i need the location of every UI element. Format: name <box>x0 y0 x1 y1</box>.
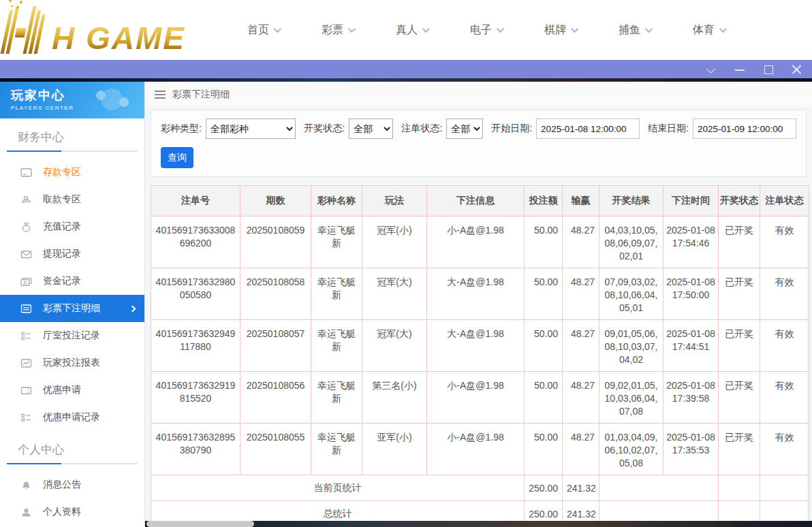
nav-item-lottery[interactable]: 彩票 <box>322 23 354 37</box>
section-divider <box>7 150 138 152</box>
bell-icon <box>20 480 32 490</box>
sidebar-item-label: 存款专区 <box>43 166 81 178</box>
cell-lottery-name: 幸运飞艇新 <box>311 320 362 372</box>
cell-order-status: 有效 <box>760 217 809 268</box>
person-icon <box>20 507 32 517</box>
section-divider <box>7 463 138 464</box>
draw-status-select[interactable]: 全部 <box>349 118 393 139</box>
col-header-order-no: 注单号 <box>151 186 240 217</box>
col-header-order-status: 注单状态 <box>760 186 809 217</box>
draw-status-label: 开奖状态: <box>304 123 345 135</box>
table-row: 40156917363291981552020250108056幸运飞艇新第三名… <box>151 372 809 424</box>
window-dropdown-icon[interactable] <box>706 64 717 75</box>
nav-label: 棋牌 <box>544 23 566 37</box>
sidebar-item-promo-apply-record[interactable]: 优惠申请记录 <box>0 404 144 431</box>
table-row: 40156917363294911788020250108057幸运飞艇新冠军(… <box>151 320 809 372</box>
nav-label: 捕鱼 <box>619 23 640 37</box>
sidebar-item-funds-record[interactable]: 资金记录 <box>0 268 144 295</box>
chevron-down-icon <box>274 25 281 33</box>
withdraw-hand-icon <box>20 195 32 205</box>
window-maximize-icon[interactable] <box>763 64 774 75</box>
nav-label: 电子 <box>470 23 492 37</box>
cell-bet-time: 2025-01-08 17:44:51 <box>663 320 719 372</box>
sidebar-item-deposit-zone[interactable]: 存款专区 <box>0 159 144 186</box>
window-close-icon[interactable] <box>792 64 802 75</box>
cell-play-type: 冠军(大) <box>362 268 427 320</box>
lottery-type-select[interactable]: 全部彩种 <box>206 118 296 139</box>
nav-item-fishing[interactable]: 捕鱼 <box>619 23 651 37</box>
nav-label: 真人 <box>396 23 418 37</box>
page-summary-row: 当前页统计 250.00 241.32 <box>151 475 809 501</box>
cell-bet-info: 小-A盘@1.98 <box>427 217 525 268</box>
nav-item-home[interactable]: 首页 <box>247 23 279 37</box>
sidebar-item-profile[interactable]: 个人资料 <box>0 498 144 526</box>
cell-draw-result: 04,03,10,05,08,06,09,07,02,01 <box>599 217 663 268</box>
cell-win-loss: 48.27 <box>563 424 599 475</box>
col-header-play-type: 玩法 <box>362 186 427 217</box>
filter-row: 彩种类型: 全部彩种 开奖状态: 全部 注单状态: 全部 开始日期: 结束日期: <box>161 118 796 139</box>
cell-order-status: 有效 <box>760 320 809 372</box>
end-date-input[interactable] <box>693 118 796 139</box>
sidebar-item-label: 个人资料 <box>43 506 81 518</box>
menu-icon[interactable] <box>155 91 166 99</box>
sidebar-item-player-bet-report[interactable]: 玩家投注报表 <box>0 349 144 377</box>
cell-bet-amount: 50.00 <box>525 217 563 268</box>
logo[interactable]: H GAME <box>5 6 210 54</box>
sidebar-item-recharge-record[interactable]: 充值记录 <box>0 213 144 240</box>
sidebar-item-withdraw-zone[interactable]: 取款专区 <box>0 186 144 213</box>
search-button[interactable]: 查询 <box>161 147 193 168</box>
moneybag-icon <box>20 222 32 232</box>
page-summary-winloss-total: 241.32 <box>563 475 599 501</box>
sidebar-item-label: 玩家投注报表 <box>43 357 100 369</box>
sidebar-item-lottery-bet-detail[interactable]: 彩票下注明细 <box>0 295 144 322</box>
cell-bet-amount: 50.00 <box>525 268 563 320</box>
sidebar-item-messages[interactable]: 消息公告 <box>0 471 144 498</box>
filter-panel: 彩种类型: 全部彩种 开奖状态: 全部 注单状态: 全部 开始日期: 结束日期:… <box>151 110 807 177</box>
sidebar-item-label: 彩票下注明细 <box>43 302 100 315</box>
chevron-right-icon <box>129 305 136 312</box>
chevron-down-icon <box>348 25 356 33</box>
cell-order-status: 有效 <box>760 268 809 320</box>
sidebar-item-withdrawal-record[interactable]: 提现记录 <box>0 240 144 268</box>
cell-period: 20250108058 <box>240 268 311 320</box>
nav-label: 体育 <box>693 23 715 37</box>
main-content: 彩票下注明细 彩种类型: 全部彩种 开奖状态: 全部 注单状态: 全部 开始日期… <box>145 82 812 527</box>
cell-bet-info: 小-A盘@1.98 <box>427 372 525 424</box>
cell-bet-info: 大-A盘@1.98 <box>427 320 525 372</box>
table-row: 40156917363300869620020250108059幸运飞艇新冠军(… <box>151 217 809 268</box>
start-date-input[interactable] <box>536 118 640 139</box>
gamepad-graphic <box>91 86 138 116</box>
cell-period: 20250108055 <box>240 424 311 475</box>
sidebar-item-label: 提现记录 <box>43 248 81 260</box>
chevron-down-icon <box>497 25 504 33</box>
empty-cell <box>599 475 719 501</box>
site-header: H GAME 首页 彩票 真人 电子 棋牌 捕鱼 体育 <box>0 0 812 60</box>
sidebar-item-label: 资金记录 <box>43 275 81 287</box>
horizontal-scrollbar-thumb[interactable] <box>146 521 254 527</box>
cell-win-loss: 48.27 <box>563 268 599 320</box>
window-minimize-icon[interactable] <box>734 64 745 75</box>
nav-item-live[interactable]: 真人 <box>396 23 428 37</box>
nav-item-sports[interactable]: 体育 <box>693 23 725 37</box>
sidebar-item-hall-bet-record[interactable]: 厅室投注记录 <box>0 322 144 349</box>
cell-order-no: 401569173632919815520 <box>151 372 240 424</box>
cell-draw-result: 07,09,03,02,08,10,06,04,05,01 <box>599 268 663 320</box>
col-header-bet-time: 下注时间 <box>663 186 719 217</box>
start-date-label: 开始日期: <box>491 123 532 135</box>
order-status-label: 注单状态: <box>401 123 442 135</box>
logo-dots-graphic <box>5 0 26 10</box>
nav-item-cards[interactable]: 棋牌 <box>544 23 576 37</box>
main-nav: 首页 彩票 真人 电子 棋牌 捕鱼 体育 <box>210 23 798 37</box>
breadcrumb: 彩票下注明细 <box>145 82 812 107</box>
order-status-select[interactable]: 全部 <box>446 118 483 139</box>
sidebar-item-label: 取款专区 <box>43 193 81 206</box>
funds-cards-icon <box>20 276 32 287</box>
chevron-down-icon <box>571 25 578 33</box>
cell-order-no: 401569173633008696200 <box>151 217 240 268</box>
cell-play-type: 亚军(小) <box>362 424 427 475</box>
sidebar-item-promo-apply[interactable]: 优惠申请 <box>0 377 144 404</box>
lottery-type-label: 彩种类型: <box>161 123 202 135</box>
cell-order-no: 401569173632949117880 <box>151 320 240 372</box>
nav-item-slots[interactable]: 电子 <box>470 23 502 37</box>
cell-draw-status: 已开奖 <box>719 320 760 372</box>
